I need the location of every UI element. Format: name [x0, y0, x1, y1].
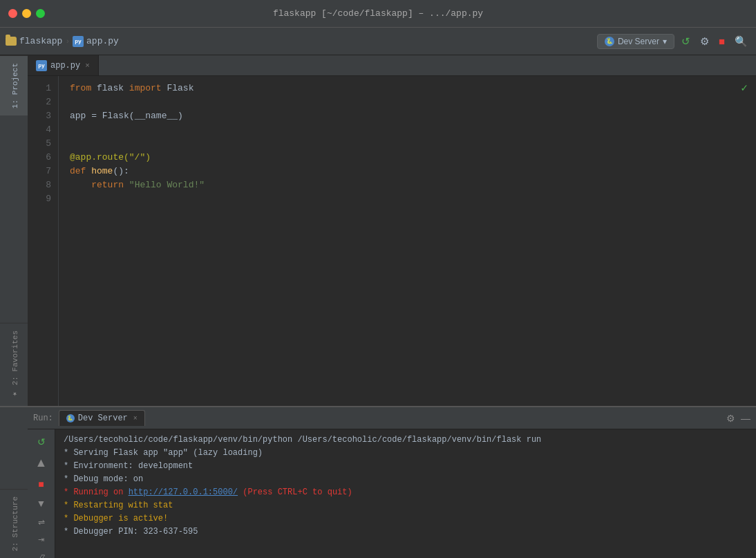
dev-server-button[interactable]: 🐍 Dev Server ▾ — [597, 34, 674, 49]
toolbar-actions: 🐍 Dev Server ▾ ↺ ⚙ ■ 🔍 — [597, 32, 750, 50]
code-line-6: @app.route("/") — [70, 151, 756, 165]
code-line-1: from flask import Flask — [70, 82, 756, 95]
dev-server-label: Dev Server — [618, 37, 659, 46]
search-button[interactable]: 🔍 — [732, 32, 750, 50]
folder-name: flaskapp — [19, 36, 62, 46]
output-line-5: * Running on http://127.0.0.1:5000/ (Pre… — [64, 486, 748, 499]
run-panel: Run: 🐍 Dev Server × ⚙ — ↺ ▲ ■ ▼ ⇌ ⇥ 🖨 🗑 — [28, 407, 756, 558]
code-editor[interactable]: 1 2 3 4 5 6 7 8 9 from flask import Flas… — [28, 76, 756, 406]
bottom-panel: 2: Structure Run: 🐍 Dev Server × ⚙ — ↺ ▲… — [0, 406, 756, 558]
code-line-2 — [70, 95, 756, 109]
syntax-ok-icon: ✓ — [741, 82, 748, 95]
output-line-6: * Restarting with stat — [64, 499, 748, 512]
output-line-3: * Environment: development — [64, 460, 748, 473]
output-line-7: * Debugger is active! — [64, 512, 748, 526]
run-print-button[interactable]: 🖨 — [34, 550, 49, 558]
run-up-button[interactable]: ▲ — [32, 453, 50, 473]
chevron-down-icon: ▾ — [663, 37, 667, 46]
code-line-5 — [70, 137, 756, 151]
close-button[interactable] — [8, 9, 17, 18]
run-down-button[interactable]: ▼ — [34, 495, 49, 512]
run-tabs-actions: ⚙ — — [726, 413, 750, 424]
line-numbers: 1 2 3 4 5 6 7 8 9 — [28, 76, 59, 406]
run-button[interactable]: ↺ — [679, 32, 693, 50]
left-side-panel: 1: Project ★ 2: Favorites — [0, 55, 28, 406]
output-line-2: * Serving Flask app "app" (lazy loading) — [64, 447, 748, 460]
code-line-4 — [70, 123, 756, 137]
code-line-9 — [70, 192, 756, 206]
dev-server-python-icon: 🐍 — [605, 37, 614, 46]
titlebar: flaskapp [~/code/flaskapp] – .../app.py — [0, 0, 756, 28]
window-title: flaskapp [~/code/flaskapp] – .../app.py — [273, 8, 483, 19]
code-line-3: app = Flask(__name__) — [70, 109, 756, 123]
breadcrumb-separator: › — [65, 37, 70, 46]
stop-button[interactable]: ■ — [716, 32, 728, 50]
code-content[interactable]: from flask import Flask app = Flask(__na… — [59, 76, 756, 406]
run-side-tools: ↺ ▲ ■ ▼ ⇌ ⇥ 🖨 🗑 — [28, 429, 55, 558]
app-py-tab[interactable]: py app.py × — [28, 55, 99, 75]
dev-server-run-tab[interactable]: 🐍 Dev Server × — [59, 410, 145, 426]
output-line-1: /Users/tecoholic/code/flaskapp/venv/bin/… — [64, 434, 748, 447]
window-controls — [8, 9, 45, 18]
code-line-8: return "Hello World!" — [70, 178, 756, 192]
run-tab-py-icon: 🐍 — [66, 414, 75, 422]
run-settings-button[interactable]: ⚙ — [726, 413, 735, 424]
structure-panel-tab[interactable]: 2: Structure — [0, 489, 28, 558]
run-wrap-button[interactable]: ⇌ — [35, 514, 48, 530]
tab-label: app.py — [50, 61, 80, 71]
tab-file-icon: py — [36, 60, 47, 71]
editor-tab-bar: py app.py × — [28, 55, 756, 76]
favorites-tab-label: ★ 2: Favorites — [11, 331, 19, 399]
run-label: Run: — [33, 413, 53, 423]
breadcrumb: flaskapp › py app.py — [6, 36, 593, 47]
editor-area: py app.py × 1 2 3 4 5 6 7 8 9 from flask… — [28, 55, 756, 406]
maximize-button[interactable] — [36, 9, 45, 18]
project-panel-tab[interactable]: 1: Project — [0, 55, 28, 115]
main-layout: 1: Project ★ 2: Favorites py app.py × 1 … — [0, 55, 756, 406]
run-tab-close-button[interactable]: × — [133, 415, 138, 422]
tab-close-button[interactable]: × — [85, 62, 90, 70]
folder-icon — [6, 37, 17, 46]
flask-url-link[interactable]: http://127.0.0.1:5000/ — [129, 487, 238, 497]
project-tab-label: 1: Project — [11, 63, 19, 109]
output-line-8: * Debugger PIN: 323-637-595 — [64, 526, 748, 539]
breadcrumb-file[interactable]: py app.py — [73, 36, 119, 47]
run-tabs-bar: Run: 🐍 Dev Server × ⚙ — — [28, 407, 756, 429]
build-button[interactable]: ⚙ — [697, 32, 712, 50]
run-indent-button[interactable]: ⇥ — [35, 532, 47, 547]
run-output-container: ↺ ▲ ■ ▼ ⇌ ⇥ 🖨 🗑 /Users/tecoholic/code/fl… — [28, 429, 756, 558]
output-line-4: * Debug mode: on — [64, 473, 748, 486]
run-stop-button[interactable]: ■ — [35, 476, 46, 492]
favorites-panel-tab[interactable]: ★ 2: Favorites — [0, 323, 28, 406]
minimize-button[interactable] — [22, 9, 31, 18]
code-line-7: def home(): — [70, 165, 756, 178]
breadcrumb-folder[interactable]: flaskapp — [6, 36, 62, 46]
run-tab-label: Dev Server — [78, 413, 128, 423]
toolbar: flaskapp › py app.py 🐍 Dev Server ▾ ↺ ⚙ … — [0, 28, 756, 55]
run-restart-button[interactable]: ↺ — [35, 434, 48, 450]
run-hide-button[interactable]: — — [741, 413, 750, 424]
file-name: app.py — [86, 36, 119, 46]
run-side-panel: 2: Structure — [0, 407, 28, 558]
file-icon: py — [73, 36, 84, 47]
run-output: /Users/tecoholic/code/flaskapp/venv/bin/… — [55, 429, 756, 558]
structure-tab-label: 2: Structure — [11, 496, 19, 551]
